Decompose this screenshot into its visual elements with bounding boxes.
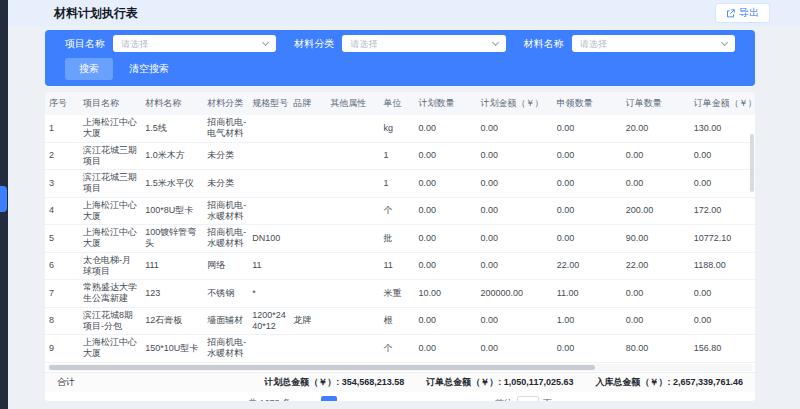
table-cell: 龙牌 [289, 307, 326, 335]
export-button[interactable]: 导出 [715, 3, 770, 23]
table-cell [289, 115, 326, 142]
table-cell: 9 [45, 335, 79, 363]
summary-item-label: 计划总金额（￥）: [264, 377, 339, 387]
table-cell: 招商机电-水暖材料 [203, 225, 248, 253]
table-cell: 22.00 [622, 252, 690, 280]
table-cell: 招商机电-水暖材料 [203, 197, 248, 225]
filter-select-2[interactable] [342, 35, 505, 52]
table-cell: 4 [45, 197, 79, 225]
pager-page-84[interactable]: 84 [447, 396, 463, 402]
table-cell: 0.00 [553, 142, 622, 170]
table-row[interactable]: 9上海松江中心大厦150*10U型卡招商机电-水暖材料个0.000.000.00… [45, 335, 755, 363]
table-row[interactable]: 4上海松江中心大厦100*8U型卡招商机电-水暖材料个0.000.000.002… [45, 197, 755, 225]
horizontal-scrollbar-thumb[interactable] [49, 365, 595, 370]
chevron-down-icon [721, 39, 728, 46]
pager-page-3[interactable]: 3 [357, 396, 373, 402]
table-cell: 100镀锌管弯头 [141, 225, 203, 253]
table-cell: 0.00 [414, 225, 476, 253]
pager-page-1[interactable]: 1 [321, 396, 337, 402]
table-cell: 上海松江中心大厦 [79, 225, 141, 253]
table-cell: 0.00 [690, 170, 755, 198]
filter-select-3[interactable] [572, 35, 735, 52]
table-cell: 0.00 [477, 197, 553, 225]
chevron-down-icon [262, 39, 269, 46]
pager-page-4[interactable]: 4 [375, 396, 391, 402]
table-row[interactable]: 7常熟盛达大学生公寓新建123不锈钢*米重10.00200000.0011.00… [45, 280, 755, 308]
table-cell: 80.00 [622, 335, 690, 363]
pager-prev-button[interactable]: ‹ [303, 396, 317, 402]
table-cell: 米重 [379, 280, 414, 308]
filter-select-1[interactable] [113, 35, 276, 52]
table-cell: 墙面辅材 [203, 307, 248, 335]
table-cell: 滨江花城三期项目 [79, 170, 141, 198]
table-cell: 8 [45, 307, 79, 335]
pager-page-2[interactable]: 2 [339, 396, 355, 402]
summary-item: 订单总金额（￥）: 1,050,117,025.63 [426, 376, 573, 389]
table-cell: 0.00 [477, 115, 553, 142]
table-row[interactable]: 3滨江花城三期项目1.5米水平仪未分类10.000.000.000.000.00 [45, 170, 755, 198]
table-cell: 滨江花城三期项目 [79, 142, 141, 170]
filter-field-3: 材料名称 [524, 35, 735, 52]
column-header: 项目名称 [79, 92, 141, 115]
collapsed-sidebar[interactable] [0, 0, 8, 409]
pager-page-5[interactable]: 5 [393, 396, 409, 402]
table-cell: DN100 [248, 225, 289, 253]
filter-input-1[interactable] [121, 39, 258, 49]
table-row[interactable]: 1上海松江中心大厦1.5线招商机电-电气材料kg0.000.000.0020.0… [45, 115, 755, 142]
column-header: 申领数量 [553, 92, 622, 115]
column-header: 订单金额（￥） [690, 92, 755, 115]
table-cell: 0.00 [477, 307, 553, 335]
table-cell [289, 142, 326, 170]
summary-item: 计划总金额（￥）: 354,568,213.58 [264, 376, 404, 389]
sidebar-expand-handle[interactable] [0, 186, 7, 212]
table-cell: kg [379, 115, 414, 142]
table-cell: 滨江花城8期项目-分包 [79, 307, 141, 335]
table-cell: 0.00 [690, 307, 755, 335]
table-cell: 上海松江中心大厦 [79, 115, 141, 142]
table-row[interactable]: 5上海松江中心大厦100镀锌管弯头招商机电-水暖材料DN100批0.000.00… [45, 225, 755, 253]
table-row[interactable]: 2滨江花城三期项目1.0米木方未分类10.000.000.000.000.00 [45, 142, 755, 170]
pager-ellipsis[interactable]: ··· [429, 396, 445, 402]
clear-search-link[interactable]: 清空搜索 [129, 62, 169, 76]
table-cell [289, 335, 326, 363]
table-cell: 网络 [203, 252, 248, 280]
table-cell: 个 [379, 197, 414, 225]
vertical-scrollbar-thumb[interactable] [750, 134, 754, 192]
column-header: 材料分类 [203, 92, 248, 115]
table-cell: 0.00 [690, 142, 755, 170]
table-cell: 11.00 [553, 280, 622, 308]
pager-page-6[interactable]: 6 [411, 396, 427, 402]
table-cell: 1.5线 [141, 115, 203, 142]
summary-totals: 计划总金额（￥）: 354,568,213.58订单总金额（￥）: 1,050,… [264, 376, 743, 389]
table-cell: 200000.00 [477, 280, 553, 308]
table-cell: 0.00 [477, 335, 553, 363]
filter-field-1: 项目名称 [65, 35, 276, 52]
table-cell: 130.00 [690, 115, 755, 142]
table-cell: 1200*2440*12 [248, 307, 289, 335]
table-cell [248, 335, 289, 363]
table-row[interactable]: 8滨江花城8期项目-分包12石膏板墙面辅材1200*2440*12龙牌根0.00… [45, 307, 755, 335]
table-cell: 0.00 [553, 170, 622, 198]
filter-field-label: 项目名称 [65, 37, 105, 51]
table-cell: 3 [45, 170, 79, 198]
goto-page-input[interactable] [517, 396, 539, 401]
table-cell: 1 [379, 142, 414, 170]
table-cell: 10.00 [414, 280, 476, 308]
horizontal-scrollbar-track[interactable] [47, 364, 753, 371]
column-header: 其他属性 [326, 92, 379, 115]
table-cell: 11 [248, 252, 289, 280]
table-cell: 批 [379, 225, 414, 253]
search-button[interactable]: 搜索 [65, 58, 113, 80]
table-row[interactable]: 6太仓电梯-月球项目111网络11110.000.0022.0022.00118… [45, 252, 755, 280]
table-cell: 0.00 [553, 197, 622, 225]
table-cell: 0.00 [477, 252, 553, 280]
pager-next-button[interactable]: › [467, 396, 481, 402]
filter-input-3[interactable] [580, 39, 717, 49]
table-cell: 1.00 [553, 307, 622, 335]
table-cell [289, 197, 326, 225]
table-cell: 招商机电-电气材料 [203, 115, 248, 142]
filter-input-2[interactable] [350, 39, 487, 49]
table-cell: 0.00 [477, 225, 553, 253]
table-cell: 0.00 [622, 280, 690, 308]
table-cell: 0.00 [414, 197, 476, 225]
